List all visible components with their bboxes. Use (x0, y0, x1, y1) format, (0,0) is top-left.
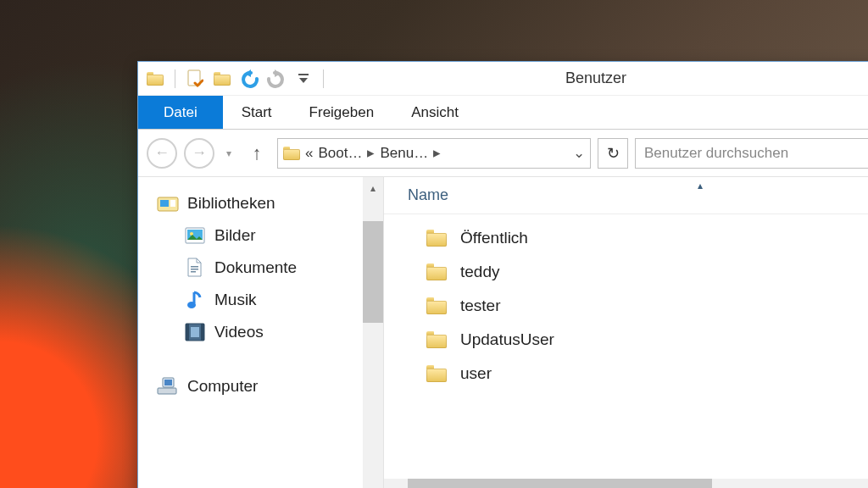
svg-rect-15 (191, 327, 199, 337)
svg-rect-3 (160, 200, 169, 207)
qat-customize-button[interactable] (292, 67, 315, 91)
column-name-header[interactable]: Name (408, 186, 448, 204)
window-title: Benutzer (331, 69, 860, 87)
folder-icon (283, 147, 300, 160)
ribbon-tab-share[interactable]: Freigeben (291, 96, 393, 129)
chevron-down-icon: ▾ (226, 147, 231, 159)
item-name: Öffentlich (460, 229, 528, 247)
ribbon-tabs: Datei Start Freigeben Ansicht (138, 96, 868, 130)
folder-icon (426, 365, 447, 382)
svg-rect-1 (298, 74, 309, 75)
svg-rect-14 (201, 324, 204, 341)
address-segment[interactable]: Benu… (380, 145, 428, 162)
redo-icon (266, 69, 287, 88)
qat-new-folder-button[interactable] (210, 67, 234, 91)
app-folder-icon (143, 67, 167, 91)
ribbon-tab-home[interactable]: Start (223, 96, 291, 129)
ribbon-tab-view[interactable]: Ansicht (392, 96, 477, 129)
address-segment[interactable]: Boot… (318, 145, 362, 162)
svg-point-11 (187, 302, 196, 308)
tree-label: Bilder (214, 226, 256, 245)
file-list[interactable]: Öffentlich teddy tester UpdatusUser (384, 214, 868, 479)
nav-back-button[interactable]: ← (147, 138, 177, 169)
tree-label: Dokumente (214, 258, 297, 277)
tree-pictures[interactable]: Bilder (155, 219, 383, 252)
address-prefix: « (305, 145, 313, 162)
navigation-pane[interactable]: Bibliotheken Bilder (138, 177, 384, 488)
arrow-up-icon: ↑ (253, 142, 262, 164)
search-input[interactable]: Benutzer durchsuchen (635, 138, 868, 169)
tree-label: Computer (187, 377, 258, 396)
list-item[interactable]: UpdatusUser (426, 323, 868, 357)
item-name: user (460, 364, 492, 383)
videos-icon (184, 322, 206, 342)
computer-icon (157, 376, 179, 396)
list-item[interactable]: tester (426, 289, 868, 323)
scroll-left-icon[interactable]: ◂ (384, 479, 408, 488)
scroll-down-icon[interactable]: ▾ (363, 479, 383, 488)
ribbon-tab-file[interactable]: Datei (138, 96, 223, 129)
qat-undo-button[interactable] (237, 67, 261, 91)
svg-rect-17 (164, 380, 172, 385)
scrollbar-thumb[interactable] (408, 479, 712, 488)
list-item[interactable]: teddy (426, 255, 868, 289)
folder-icon (426, 230, 447, 247)
scrollbar-thumb[interactable] (363, 221, 383, 323)
svg-rect-18 (158, 388, 176, 394)
undo-icon (239, 69, 259, 88)
nav-row: ← → ▾ ↑ « Boot… ▸ Benu… ▸ ⌄ ↻ (138, 130, 868, 177)
tree-videos[interactable]: Videos (155, 316, 383, 348)
libraries-icon (157, 193, 179, 214)
document-check-icon (186, 69, 203, 88)
svg-rect-13 (186, 324, 189, 341)
svg-rect-9 (191, 269, 198, 270)
tree-documents[interactable]: Dokumente (155, 252, 383, 284)
item-name: teddy (460, 263, 499, 281)
tree-label: Videos (214, 323, 264, 341)
tree-scrollbar[interactable]: ▴ ▾ (363, 177, 383, 488)
item-name: UpdatusUser (460, 330, 554, 349)
tree-label: Musik (214, 291, 257, 309)
nav-history-dropdown[interactable]: ▾ (221, 147, 236, 159)
svg-rect-10 (191, 271, 196, 273)
arrow-left-icon: ← (154, 144, 170, 162)
separator (175, 69, 175, 88)
qat-redo-button[interactable] (264, 67, 288, 91)
tree-music[interactable]: Musik (155, 284, 383, 316)
scrollbar-track[interactable] (408, 479, 868, 488)
tree-computer[interactable]: Computer (155, 370, 383, 402)
folder-icon (426, 331, 447, 348)
list-item[interactable]: Öffentlich (426, 221, 868, 255)
arrow-right-icon: → (192, 144, 207, 162)
scroll-up-icon[interactable]: ▴ (363, 177, 383, 199)
desktop-wallpaper: Benutzer Datei Start Freigeben Ansicht ←… (0, 0, 868, 488)
content-horizontal-scrollbar[interactable]: ◂ ▸ (384, 479, 868, 488)
list-item[interactable]: user (426, 357, 868, 391)
refresh-icon: ↻ (607, 144, 620, 163)
qat-properties-button[interactable] (183, 67, 207, 91)
address-dropdown-button[interactable]: ⌄ (573, 144, 585, 162)
titlebar[interactable]: Benutzer (138, 62, 868, 96)
explorer-window: Benutzer Datei Start Freigeben Ansicht ←… (137, 61, 868, 488)
folder-icon (426, 263, 447, 280)
sort-indicator-icon: ▴ (698, 180, 703, 191)
column-headers[interactable]: Name ▴ (384, 177, 868, 214)
documents-icon (184, 258, 206, 278)
search-placeholder: Benutzer durchsuchen (644, 145, 788, 162)
chevron-right-icon[interactable]: ▸ (367, 144, 375, 162)
pictures-icon (184, 225, 206, 246)
music-icon (184, 290, 206, 310)
tree-libraries[interactable]: Bibliotheken (155, 187, 383, 219)
svg-rect-8 (191, 266, 198, 268)
refresh-button[interactable]: ↻ (598, 138, 628, 169)
explorer-body: Bibliotheken Bilder (138, 177, 868, 488)
tree-label: Bibliotheken (187, 194, 275, 213)
nav-forward-button[interactable]: → (184, 138, 214, 169)
nav-up-button[interactable]: ↑ (243, 140, 270, 167)
svg-rect-4 (170, 200, 175, 207)
address-bar[interactable]: « Boot… ▸ Benu… ▸ ⌄ (277, 138, 591, 169)
chevron-right-icon[interactable]: ▸ (433, 144, 441, 162)
customize-qat-icon (298, 73, 309, 85)
folder-icon (426, 297, 447, 314)
content-pane: Name ▴ Öffentlich teddy tester (384, 177, 868, 488)
